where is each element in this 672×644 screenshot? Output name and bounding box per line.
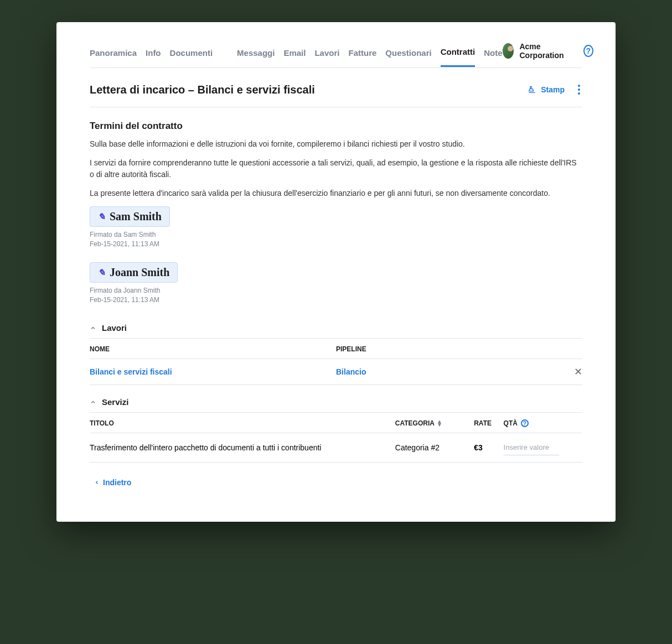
avatar xyxy=(503,43,514,59)
help-icon[interactable]: ? xyxy=(521,419,529,427)
signature-meta-signer: Firmato da Joann Smith xyxy=(90,286,582,295)
back-label: Indietro xyxy=(103,478,131,487)
quantity-input[interactable] xyxy=(504,440,559,455)
help-icon[interactable]: ? xyxy=(583,45,593,57)
contract-paragraph: Sulla base delle informazioni e delle is… xyxy=(90,138,582,149)
more-menu-icon[interactable] xyxy=(576,82,582,97)
contract-paragraph: La presente lettera d'incarico sarà vali… xyxy=(90,188,582,199)
tab-panoramica[interactable]: Panoramica xyxy=(90,44,137,66)
chevron-up-icon xyxy=(90,399,96,406)
tab-documenti[interactable]: Documenti xyxy=(170,44,213,66)
account-name: Acme Corporation xyxy=(519,42,570,60)
delete-row-icon[interactable]: ✕ xyxy=(566,359,582,385)
servizi-col-rate[interactable]: RATE xyxy=(474,413,503,433)
signature-name: Sam Smith xyxy=(110,210,162,223)
lavori-section-title: Lavori xyxy=(102,323,127,333)
signature-block: ✎ Joann Smith Firmato da Joann Smith Feb… xyxy=(90,262,582,305)
table-row: Bilanci e servizi fiscali Bilancio ✕ xyxy=(90,359,582,385)
signature-icon: ✎ xyxy=(98,267,105,278)
servizi-col-categoria[interactable]: CATEGORIA ▲▼ xyxy=(395,413,474,433)
tab-info[interactable]: Info xyxy=(146,44,161,66)
servizi-col-titolo[interactable]: TITOLO xyxy=(90,413,395,433)
tab-note[interactable]: Note xyxy=(484,44,502,66)
lavori-section-toggle[interactable]: Lavori xyxy=(90,318,582,339)
page-title: Lettera di incarico – Bilanci e servizi … xyxy=(90,84,315,96)
stamp-icon xyxy=(528,85,536,94)
lavori-table: NOME PIPELINE Bilanci e servizi fiscali … xyxy=(90,339,582,385)
tab-fatture[interactable]: Fatture xyxy=(348,44,376,66)
servizi-section-toggle[interactable]: Servizi xyxy=(90,392,582,413)
tab-email[interactable]: Email xyxy=(283,44,306,66)
lavori-nome-link[interactable]: Bilanci e servizi fiscali xyxy=(90,367,172,376)
top-nav: Panoramica Info Documenti Messaggi Email… xyxy=(90,22,582,68)
servizi-section-title: Servizi xyxy=(102,397,128,407)
signature-name: Joann Smith xyxy=(110,266,169,279)
lavori-pipeline-link[interactable]: Bilancio xyxy=(336,367,366,376)
tab-lavori[interactable]: Lavori xyxy=(314,44,339,66)
servizi-col-qta[interactable]: QTÀ ? xyxy=(504,413,582,433)
signature-box[interactable]: ✎ Joann Smith xyxy=(90,262,178,283)
tab-messaggi[interactable]: Messaggi xyxy=(237,44,275,66)
account-menu[interactable]: Acme Corporation xyxy=(503,42,570,60)
chevron-left-icon xyxy=(94,479,100,486)
signature-meta-time: Feb-15-2021, 11:13 AM xyxy=(90,295,582,305)
stamp-label: Stamp xyxy=(541,85,565,94)
tab-contratti[interactable]: Contratti xyxy=(441,43,475,67)
contract-terms-heading: Termini del contratto xyxy=(90,121,582,132)
signature-block: ✎ Sam Smith Firmato da Sam Smith Feb-15-… xyxy=(90,206,582,249)
back-button[interactable]: Indietro xyxy=(94,478,131,487)
signature-icon: ✎ xyxy=(98,211,105,222)
signature-meta-time: Feb-15-2021, 11:13 AM xyxy=(90,240,582,249)
table-row: Trasferimento dell'intero pacchetto di d… xyxy=(90,433,582,463)
contract-paragraph: I servizi da fornire comprenderanno tutt… xyxy=(90,157,582,180)
servizi-rate: €3 xyxy=(474,433,503,463)
signature-meta-signer: Firmato da Sam Smith xyxy=(90,230,582,240)
sort-icon: ▲▼ xyxy=(437,420,442,427)
tab-list: Panoramica Info Documenti Messaggi Email… xyxy=(90,43,503,67)
servizi-table: TITOLO CATEGORIA ▲▼ RATE QTÀ ? T xyxy=(90,413,582,463)
lavori-col-nome[interactable]: NOME xyxy=(90,339,336,359)
chevron-up-icon xyxy=(90,325,96,331)
stamp-button[interactable]: Stamp xyxy=(528,85,565,94)
tab-questionari[interactable]: Questionari xyxy=(385,44,431,66)
servizi-titolo: Trasferimento dell'intero pacchetto di d… xyxy=(90,433,395,463)
signature-box[interactable]: ✎ Sam Smith xyxy=(90,206,170,227)
lavori-col-pipeline[interactable]: PIPELINE xyxy=(336,339,566,359)
servizi-categoria: Categoria #2 xyxy=(395,433,474,463)
